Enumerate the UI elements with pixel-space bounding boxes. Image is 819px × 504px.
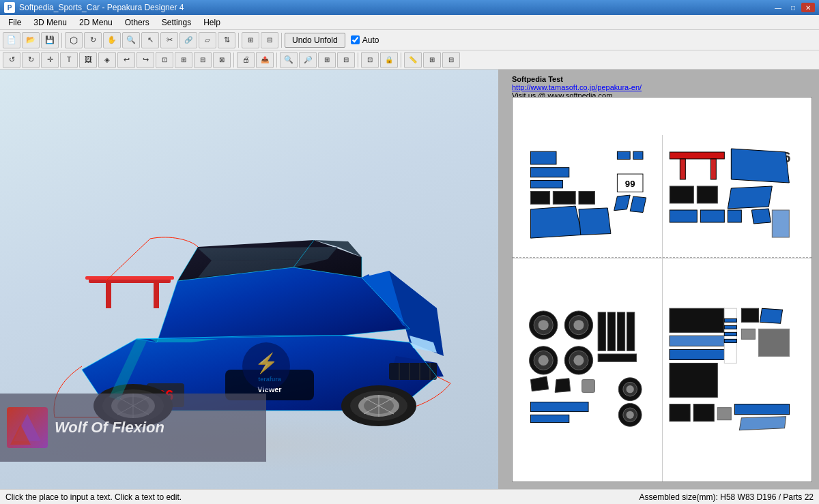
- open-button[interactable]: 📂: [22, 32, 40, 48]
- svg-rect-54: [579, 191, 595, 204]
- join-button[interactable]: 🔗: [179, 32, 197, 48]
- svg-marker-74: [751, 209, 771, 224]
- svg-rect-118: [693, 404, 714, 421]
- undo-unfold-button[interactable]: Undo Unfold: [285, 33, 345, 48]
- fold-piece-group-4: [663, 265, 800, 475]
- svg-rect-92: [598, 354, 636, 361]
- fold-button[interactable]: ▱: [199, 32, 216, 48]
- svg-rect-112: [724, 339, 736, 342]
- svg-rect-110: [724, 325, 736, 329]
- minimize-button[interactable]: —: [771, 3, 785, 12]
- svg-point-78: [538, 320, 549, 330]
- tb2-select[interactable]: ⊡: [156, 52, 173, 68]
- tb2-redo[interactable]: ↪: [136, 52, 154, 68]
- tb2-zoom-in[interactable]: 🔍: [280, 52, 298, 68]
- svg-marker-93: [531, 376, 549, 391]
- svg-rect-91: [627, 312, 635, 351]
- svg-rect-64: [670, 152, 724, 159]
- svg-rect-66: [710, 159, 716, 179]
- svg-rect-53: [554, 191, 576, 204]
- tb2-edit[interactable]: T: [60, 52, 78, 68]
- sep4: [233, 53, 234, 68]
- svg-marker-62: [630, 196, 646, 213]
- select-button[interactable]: ↖: [141, 32, 159, 48]
- tb2-measure[interactable]: 📏: [404, 52, 422, 68]
- tb2-scale-down[interactable]: ⊟: [194, 52, 212, 68]
- menu-file[interactable]: File: [3, 16, 27, 29]
- tb2-lock[interactable]: 🔒: [380, 52, 398, 68]
- paper-url[interactable]: http://www.tamasoft.co.jp/pepakura-en/: [512, 83, 642, 91]
- watermark: Wolf Of Flexion: [0, 394, 266, 462]
- tb2-export[interactable]: 📤: [256, 52, 274, 68]
- tb2-image[interactable]: 🖼: [79, 52, 97, 68]
- menu-2d[interactable]: 2D Menu: [74, 16, 118, 29]
- svg-rect-116: [758, 329, 789, 356]
- tb2-scale-up[interactable]: ⊞: [175, 52, 192, 68]
- tb2-layer[interactable]: ⊡: [361, 52, 379, 68]
- save-button[interactable]: 💾: [41, 32, 59, 48]
- align-button[interactable]: ⊞: [242, 32, 259, 48]
- new-button[interactable]: 📄: [3, 32, 20, 48]
- svg-rect-19: [154, 281, 159, 308]
- tb2-grid[interactable]: ⊟: [337, 52, 355, 68]
- tb2-undo[interactable]: ↩: [117, 52, 135, 68]
- 3d-rotate-button[interactable]: ↻: [84, 32, 102, 48]
- 3d-viewport[interactable]: 66 terafura Viewer ⚡: [0, 70, 498, 489]
- app-icon: P: [4, 2, 15, 13]
- tb2-move[interactable]: ✛: [41, 52, 59, 68]
- svg-rect-117: [670, 404, 690, 421]
- status-bar: Click the place to input a text. Click a…: [0, 489, 819, 504]
- tb2-rotate-right[interactable]: ↻: [22, 52, 40, 68]
- tb2-zoom-out[interactable]: 🔎: [299, 52, 317, 68]
- sep3: [281, 33, 282, 48]
- toolbar1: 📄 📂 💾 ⬡ ↻ ✋ 🔍 ↖ ✂ 🔗 ▱ ⇅ ⊞ ⊟ Undo Unfold …: [0, 30, 819, 50]
- svg-text:99: 99: [625, 178, 635, 188]
- svg-marker-4: [198, 247, 338, 261]
- svg-marker-56: [579, 207, 611, 234]
- tb2-3d-view[interactable]: ◈: [98, 52, 116, 68]
- svg-rect-111: [724, 332, 736, 336]
- menu-settings[interactable]: Settings: [156, 16, 197, 29]
- sep2: [238, 33, 239, 48]
- right-panel: Softpedia Test http://www.tamasoft.co.jp…: [498, 70, 819, 489]
- svg-rect-60: [633, 151, 643, 159]
- svg-rect-88: [598, 312, 605, 351]
- svg-rect-115: [741, 329, 755, 339]
- sep5: [276, 53, 277, 68]
- cut-button[interactable]: ✂: [160, 32, 178, 48]
- auto-checkbox[interactable]: [351, 35, 360, 44]
- svg-rect-20: [85, 276, 174, 280]
- flip-button[interactable]: ⇅: [218, 32, 235, 48]
- tb2-print[interactable]: 🖨: [237, 52, 255, 68]
- 3d-zoom-button[interactable]: 🔍: [122, 32, 140, 48]
- svg-marker-121: [739, 417, 786, 430]
- svg-rect-105: [670, 336, 724, 346]
- tb2-rotate-left[interactable]: ↺: [3, 52, 20, 68]
- edge-button[interactable]: ⊟: [261, 32, 278, 48]
- window-controls: — □ ✕: [771, 3, 815, 12]
- svg-rect-73: [728, 210, 741, 222]
- fold-piece-group-3: [524, 265, 652, 475]
- svg-point-87: [574, 355, 584, 366]
- tb2-coord[interactable]: ⊞: [423, 52, 441, 68]
- svg-text:⚡: ⚡: [255, 352, 278, 374]
- paper-title: Softpedia Test: [512, 75, 642, 83]
- menu-3d[interactable]: 3D Menu: [28, 16, 72, 29]
- menu-others[interactable]: Others: [119, 16, 155, 29]
- 3d-pan-button[interactable]: ✋: [103, 32, 121, 48]
- tb2-arrange[interactable]: ⊠: [213, 52, 231, 68]
- paper-view[interactable]: 99 66: [512, 97, 812, 482]
- svg-point-84: [538, 355, 549, 366]
- svg-rect-106: [670, 349, 724, 359]
- 3d-select-button[interactable]: ⬡: [65, 32, 83, 48]
- maximize-button[interactable]: □: [786, 3, 800, 12]
- svg-marker-94: [555, 379, 571, 393]
- paper-vertical-divider: [662, 135, 663, 481]
- auto-check-container: Auto: [347, 35, 384, 45]
- close-button[interactable]: ✕: [801, 3, 815, 12]
- tb2-fit[interactable]: ⊞: [318, 52, 336, 68]
- svg-point-103: [627, 411, 634, 419]
- menu-help[interactable]: Help: [198, 16, 226, 29]
- tb2-extra[interactable]: ⊟: [442, 52, 460, 68]
- svg-rect-49: [531, 151, 557, 164]
